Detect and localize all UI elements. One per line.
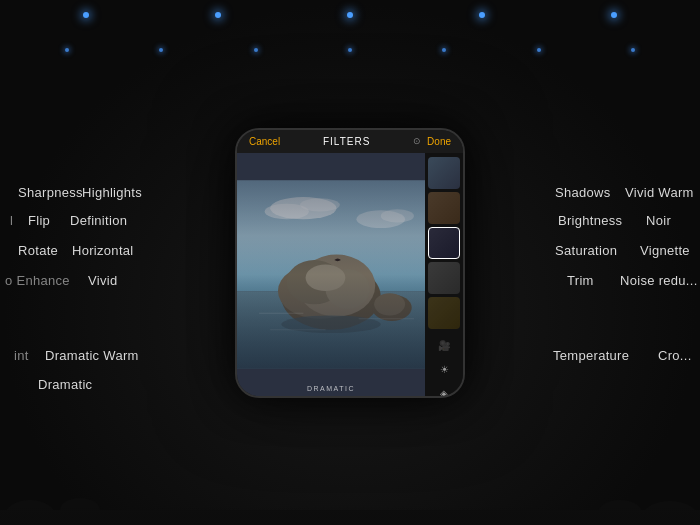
label-brightness: Brightness	[558, 213, 622, 228]
label-vignette: Vignette	[640, 243, 690, 258]
label-highlights: Highlights	[82, 185, 142, 200]
svg-rect-25	[0, 505, 700, 525]
filter-name-label: DRAMATIC	[307, 385, 355, 392]
label-flip: Flip	[28, 213, 50, 228]
label-definition: Definition	[70, 213, 127, 228]
filter-icons: 🎥 ☀ ◈	[434, 336, 454, 396]
label-temperature: Temperature	[553, 348, 629, 363]
filter-thumb-4[interactable]	[428, 262, 460, 294]
phone-content: DRAMATIC 🎥 ☀ ◈	[237, 153, 463, 396]
svg-rect-19	[237, 180, 425, 368]
filter-icon: ⊙	[413, 136, 421, 146]
label-auto-enhance-prefix: o Enhance	[5, 273, 70, 288]
label-vivid-warm: Vivid Warm	[625, 185, 694, 200]
label-dramatic-warm: Dramatic Warm	[45, 348, 139, 363]
cancel-button[interactable]: Cancel	[249, 136, 280, 147]
label-dramatic: Dramatic	[38, 377, 92, 392]
label-flip-prefix: l	[10, 213, 13, 228]
filter-thumb-5[interactable]	[428, 297, 460, 329]
filter-thumb-3-active[interactable]	[428, 227, 460, 259]
phone-top-bar: Cancel FILTERS ⊙ Done	[237, 130, 463, 153]
photo-preview: DRAMATIC	[237, 153, 425, 396]
phone-mockup: Cancel FILTERS ⊙ Done	[235, 128, 465, 398]
audience-silhouette	[0, 445, 700, 525]
label-saturation: Saturation	[555, 243, 617, 258]
label-horizontal: Horizontal	[72, 243, 134, 258]
label-shadows: Shadows	[555, 185, 611, 200]
label-vivid: Vivid	[88, 273, 117, 288]
label-rotate: Rotate	[18, 243, 58, 258]
label-noir: Noir	[646, 213, 671, 228]
label-trim: Trim	[567, 273, 594, 288]
label-sharpness: Sharpness	[18, 185, 83, 200]
label-noise-reduction: Noise redu...	[620, 273, 698, 288]
filters-sidebar: 🎥 ☀ ◈	[425, 153, 463, 396]
camera-icon[interactable]: 🎥	[434, 336, 454, 356]
filter-thumb-2[interactable]	[428, 192, 460, 224]
audience-svg	[0, 445, 700, 525]
sun-icon[interactable]: ☀	[434, 360, 454, 380]
photo-scene-svg	[237, 153, 425, 396]
filters-title: FILTERS	[323, 136, 370, 147]
adjust-icon[interactable]: ◈	[434, 384, 454, 396]
done-button[interactable]: Done	[427, 136, 451, 147]
label-int: int	[14, 348, 29, 363]
filter-thumb-1[interactable]	[428, 157, 460, 189]
label-crop: Cro...	[658, 348, 692, 363]
